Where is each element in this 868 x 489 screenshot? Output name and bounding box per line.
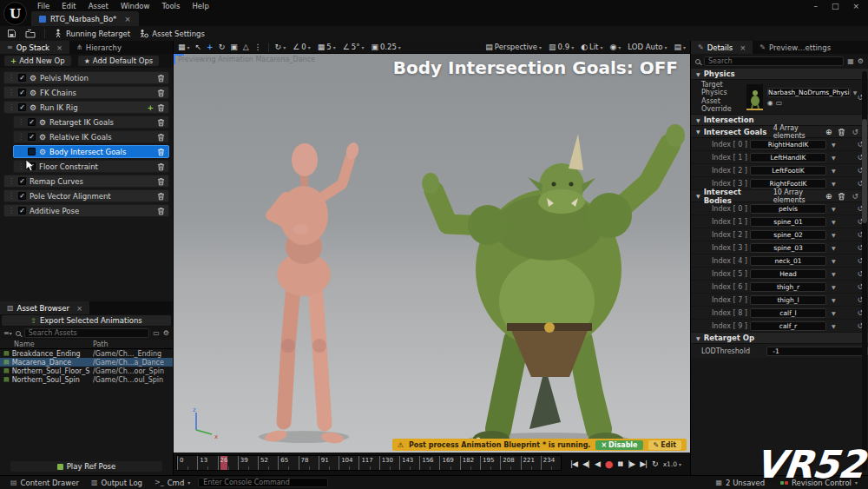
op-item-additive-pose[interactable]: ⋮✓Additive Pose [3, 204, 169, 217]
timeline-tick-13[interactable]: 13 [197, 456, 217, 470]
timeline-tick-169[interactable]: 169 [439, 456, 459, 470]
window-maximize-button[interactable]: □ [832, 2, 839, 10]
trash-icon[interactable] [157, 148, 165, 156]
move-tool[interactable]: + [207, 43, 214, 51]
rotation-snap[interactable]: ∠5°▾ [343, 43, 365, 51]
timeline-tick-143[interactable]: 143 [399, 456, 419, 470]
timeline-tick-65[interactable]: 65 [278, 456, 298, 470]
checkbox[interactable]: ✓ [28, 133, 36, 141]
output-log-button[interactable]: ▥Output Log [85, 479, 148, 487]
asset-browser-close-icon[interactable]: × [76, 304, 82, 313]
checkbox[interactable]: ✓ [18, 89, 26, 96]
section-physics[interactable]: ▼ Physics [691, 69, 868, 80]
timeline-tick-117[interactable]: 117 [358, 456, 378, 470]
playback-loop-button[interactable]: ↻ [652, 460, 658, 468]
goal-value-dropdown[interactable]: LeftHandIK [750, 153, 826, 162]
clear-array-icon[interactable] [838, 128, 845, 136]
op-item-floor-constraint[interactable]: ⋮✓Floor Constraint [13, 160, 169, 173]
disable-button[interactable]: × Disable [595, 440, 642, 450]
drag-handle-icon[interactable]: ⋮ [8, 177, 15, 185]
lod-threshold-input[interactable]: -1 [766, 347, 868, 356]
op-item-relative-ik-goals[interactable]: ⋮✓⚙Relative IK Goals [13, 130, 169, 143]
timeline-tick-221[interactable]: 221 [521, 456, 541, 470]
op-item-pole-vector-alignment[interactable]: ⋮✓Pole Vector Alignment [3, 189, 169, 202]
checkbox[interactable]: ✓ [18, 177, 26, 185]
checkbox[interactable]: ✓ [18, 74, 26, 82]
checkbox[interactable]: ✓ [18, 103, 26, 111]
timeline-tick-182[interactable]: 182 [460, 456, 480, 470]
body-value-dropdown[interactable]: spine_01 [750, 217, 826, 227]
intersect-bodies-header[interactable]: ▼ Intersect Bodies 10 Array elements ⊕ ↺ [691, 190, 868, 202]
timeline-tick-78[interactable]: 78 [299, 456, 319, 470]
timeline-tick-195[interactable]: 195 [480, 456, 500, 470]
playback-speed[interactable]: x1.0▾ [663, 460, 681, 468]
drag-handle-icon[interactable]: ⋮ [8, 192, 15, 200]
menu-edit[interactable]: Edit [56, 2, 82, 10]
op-item-retarget-ik-goals[interactable]: ⋮✓⚙Retarget IK Goals [13, 116, 169, 129]
more-options[interactable]: ⋮ [254, 43, 262, 51]
trash-icon[interactable] [157, 162, 165, 171]
body-value-dropdown[interactable]: calf_r [750, 321, 826, 331]
trash-icon[interactable] [157, 74, 165, 83]
coordinate-space[interactable]: △ [243, 43, 249, 51]
asset-row-macarena-dance[interactable]: ▤Macarena_Dance/Game/Ch...a_Dance [0, 358, 173, 367]
column-name[interactable]: Name [0, 340, 93, 348]
checkbox[interactable] [28, 148, 36, 155]
goal-value-dropdown[interactable]: RightHandIK [750, 140, 826, 149]
display-filter-icon[interactable]: ▦ [847, 57, 854, 65]
menu-window[interactable]: Window [115, 2, 156, 10]
lit-mode[interactable]: ◐Lit▾ [581, 43, 602, 51]
tab-hierarchy[interactable]: ⋔ Hierarchy [69, 41, 128, 54]
running-retarget-button[interactable]: Running Retarget [54, 29, 130, 38]
content-drawer-button[interactable]: ▤Content Drawer [4, 479, 85, 487]
grid-snap[interactable]: ▦5▾ [318, 43, 336, 51]
body-value-dropdown[interactable]: thigh_r [750, 282, 826, 292]
timeline-tick-156[interactable]: 156 [419, 456, 439, 470]
scrollbar-thumb[interactable] [862, 119, 867, 223]
body-value-dropdown[interactable]: spine_02 [750, 230, 826, 240]
op-item-fk-chains[interactable]: ⋮✓⚙FK Chains [3, 86, 169, 99]
camera-options[interactable]: ▤▾ [674, 43, 686, 51]
intersect-goals-header[interactable]: ▼ Intersect Goals 4 Array elements ⊕ ↺ [691, 126, 868, 138]
menu-tools[interactable]: Tools [155, 2, 186, 10]
drag-handle-icon[interactable]: ⋮ [17, 162, 24, 170]
goal-value-dropdown[interactable]: LeftFootIK [750, 166, 826, 175]
filter-icon[interactable]: ≡▾ [3, 329, 12, 337]
checkbox[interactable]: ✓ [28, 118, 36, 126]
unreal-logo-icon[interactable]: U [3, 2, 27, 25]
save-icon[interactable] [7, 29, 16, 38]
details-settings-icon[interactable]: ⚙ [858, 57, 864, 65]
op-item-run-ik-rig[interactable]: ⋮✓⚙Run IK Rig+ [3, 101, 169, 114]
trash-icon[interactable] [157, 103, 165, 112]
asset-row-northern-soul-spin[interactable]: ▤Northern_Soul_Spin/Game/Ch...oul_Spin [0, 375, 173, 384]
playback-step-forward-button[interactable]: |▶ [628, 460, 635, 468]
checkbox[interactable]: ✓ [18, 192, 26, 200]
body-value-dropdown[interactable]: thigh_l [750, 295, 826, 305]
timeline-tick-0[interactable]: 0 [177, 456, 197, 470]
trash-icon[interactable] [157, 89, 165, 97]
export-selected-animations-button[interactable]: ⇧ Export Selected Animations [2, 315, 171, 326]
menu-file[interactable]: File [31, 2, 56, 10]
drag-handle-icon[interactable]: ⋮ [8, 89, 15, 96]
source-character-mannequin[interactable] [259, 142, 360, 445]
show-flags[interactable]: ◉▾ [609, 43, 621, 51]
location-snap-toggle[interactable]: ∠0▾ [293, 43, 311, 51]
clear-array-icon[interactable] [838, 192, 845, 201]
timeline-tick-52[interactable]: 52 [258, 456, 278, 470]
scale-snap[interactable]: ▣0.25▾ [371, 43, 400, 51]
surface-snap[interactable]: ↻▾ [275, 43, 286, 51]
tab-op-stack[interactable]: ≡ Op Stack × [0, 41, 69, 54]
drag-handle-icon[interactable]: ⋮ [17, 118, 24, 126]
rotate-tool[interactable]: ↻ [219, 43, 226, 51]
tab-preview-settings[interactable]: ✎ Preview…ettings [753, 41, 838, 54]
body-value-dropdown[interactable]: spine_03 [750, 243, 826, 253]
playback-pause-button[interactable]: ▮▮ [617, 461, 622, 467]
physics-asset-thumbnail[interactable] [746, 84, 763, 110]
playback-record-button[interactable]: ● [605, 459, 613, 469]
drag-handle-icon[interactable]: ⋮ [8, 207, 15, 215]
edit-button[interactable]: ✎ Edit [648, 440, 681, 450]
playback-play-reverse-button[interactable]: ◀ [595, 460, 600, 468]
add-new-op-button[interactable]: + Add New Op [4, 56, 71, 66]
add-element-icon[interactable]: ⊕ [825, 128, 832, 136]
asset-row-northern-soul-floor-spin[interactable]: ▤Northern_Soul_Floor_Spin/Game/Ch...oor_… [0, 367, 173, 375]
